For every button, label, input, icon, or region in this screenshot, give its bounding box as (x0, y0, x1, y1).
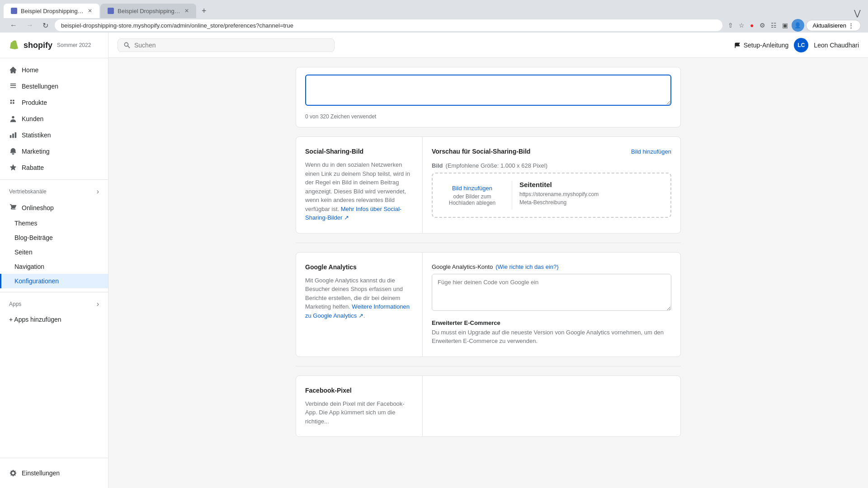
sidebar-item-customers[interactable]: Kunden (0, 111, 108, 127)
user-name: Leon Chaudhari (814, 42, 859, 49)
ecommerce-desc: Du musst ein Upgrade auf die neueste Ver… (432, 328, 671, 346)
sidebar-footer: Einstellungen (0, 458, 108, 488)
browser-tab-active[interactable]: Beispiel Dropshipping Store ✕ (4, 4, 99, 18)
tab-title-1: Beispiel Dropshipping Store (21, 8, 84, 14)
top-bar-actions: Setup-Anleitung LC Leon Chaudhari (734, 38, 859, 52)
sidebar-sub-themes[interactable]: Themes (0, 216, 108, 230)
meta-description-textarea[interactable] (305, 75, 671, 106)
ecommerce-title: Erweiterter E-Commerce (432, 319, 671, 326)
tab-close-2[interactable]: ✕ (184, 8, 189, 14)
bookmark-button[interactable]: ☆ (737, 21, 746, 30)
sidebar-item-home[interactable]: Home (0, 62, 108, 78)
extension-btn[interactable]: ⚙ (758, 21, 767, 30)
marketing-icon (9, 147, 17, 155)
analytics-setup-link[interactable]: (Wie richte ich das ein?) (495, 263, 558, 270)
google-analytics-link[interactable]: Weitere Informationen zu Google Analytic… (305, 303, 410, 319)
sidebar-sub-pages[interactable]: Seiten (0, 245, 108, 259)
google-analytics-desc: Mit Google Analytics kannst du die Besuc… (305, 276, 413, 320)
forward-button[interactable]: → (24, 20, 36, 30)
extension-opera[interactable]: ● (748, 21, 755, 30)
sidebar-item-products-label: Produkte (22, 99, 47, 106)
user-avatar[interactable]: LC (794, 38, 808, 52)
search-bar[interactable] (118, 38, 335, 52)
sidebar-item-products[interactable]: Produkte (0, 94, 108, 111)
section-divider-1 (296, 243, 681, 243)
social-sharing-layout: Social-Sharing-Bild Wenn du in den sozia… (296, 137, 680, 233)
sidebar-sub-navigation[interactable]: Navigation (0, 259, 108, 274)
google-analytics-left: Google Analytics Mit Google Analytics ka… (296, 253, 423, 357)
sidebar-item-marketing[interactable]: Marketing (0, 143, 108, 160)
sidebar-item-orders-label: Bestellungen (22, 83, 58, 90)
apps-header[interactable]: Apps › (0, 296, 108, 312)
sidebar-item-home-label: Home (22, 66, 38, 74)
sidebar-sub-blog-label: Blog-Beiträge (14, 234, 53, 241)
apps-chevron: › (97, 300, 99, 308)
tab-favicon-1 (11, 8, 17, 14)
browser-address-bar: ← → ↻ ⇧ ☆ ● ⚙ ☷ ▣ 👤 Aktualisieren ⋮ (0, 18, 868, 33)
extension-btn-2[interactable]: ☷ (769, 21, 778, 30)
sidebar-sub-navigation-label: Navigation (14, 263, 44, 270)
preview-site-title: Seitentitel (519, 181, 663, 188)
sales-channels-label: Vertriebskanäle (9, 188, 47, 195)
update-button[interactable]: Aktualisieren ⋮ (806, 20, 861, 31)
analytics-label-text: Google Analytics-Konto (432, 263, 493, 270)
tab-close-1[interactable]: ✕ (88, 8, 92, 14)
shopify-logo[interactable]: shopify (9, 40, 52, 51)
google-analytics-layout: Google Analytics Mit Google Analytics ka… (296, 253, 680, 357)
sidebar-item-discounts[interactable]: Rabatte (0, 160, 108, 176)
image-label-bold: Bild (432, 162, 443, 169)
top-bar: Setup-Anleitung LC Leon Chaudhari (108, 33, 868, 58)
address-input[interactable] (55, 19, 722, 31)
image-hint: (Empfohlene Größe: 1.000 x 628 Pixel) (446, 162, 547, 169)
analytics-icon (9, 131, 17, 139)
onlineshop-icon (9, 204, 17, 212)
upload-button[interactable]: Bild hinzufügen (452, 185, 492, 192)
social-sharing-title: Social-Sharing-Bild (305, 148, 413, 155)
back-button[interactable]: ← (7, 20, 20, 30)
social-sharing-desc: Wenn du in den sozialen Netzwerken einen… (305, 160, 413, 222)
facebook-pixel-title: Facebook-Pixel (305, 387, 413, 394)
upload-dropzone[interactable]: Bild hinzufügen oder Bilder zum Hochlade… (440, 181, 512, 210)
screenshot-btn[interactable]: ▣ (780, 21, 790, 30)
sidebar-item-orders[interactable]: Bestellungen (0, 78, 108, 94)
settings-icon (9, 469, 17, 477)
analytics-textarea[interactable] (432, 274, 671, 311)
settings-item[interactable]: Einstellungen (9, 465, 99, 481)
social-sharing-link[interactable]: Mehr Infos über Social-Sharing-Bilder ↗ (305, 206, 401, 221)
preview-url: https://storename.myshopify.com (519, 191, 663, 197)
apps-add-label: + Apps hinzufügen (9, 316, 61, 323)
content-wrapper: 0 von 320 Zeichen verwendet Social-Shari… (285, 58, 692, 455)
search-input[interactable] (134, 42, 329, 49)
main-content: 0 von 320 Zeichen verwendet Social-Shari… (108, 58, 868, 488)
nav-divider-2 (0, 292, 108, 292)
browser-tab-inactive[interactable]: Beispiel Dropshipping Store ✕ (100, 4, 196, 18)
home-icon (9, 66, 17, 74)
sidebar-sub-pages-label: Seiten (14, 249, 33, 256)
preview-meta: Seitentitel https://storename.myshopify.… (519, 181, 663, 210)
browser-tabs: Beispiel Dropshipping Store ✕ Beispiel D… (0, 0, 868, 18)
google-analytics-title: Google Analytics (305, 263, 413, 271)
sidebar-sub-blog[interactable]: Blog-Beiträge (0, 230, 108, 245)
customers-icon (9, 115, 17, 123)
update-menu-icon: ⋮ (848, 22, 854, 29)
add-image-link[interactable]: Bild hinzufügen (631, 148, 671, 155)
apps-add-button[interactable]: + Apps hinzufügen (0, 312, 108, 327)
sidebar-item-customers-label: Kunden (22, 115, 43, 122)
upload-hint: oder Bilder zum Hochladen ablegen (440, 193, 505, 206)
sidebar-item-analytics[interactable]: Statistiken (0, 127, 108, 143)
google-analytics-card: Google Analytics Mit Google Analytics ka… (296, 252, 681, 357)
preview-header: Vorschau für Social-Sharing-Bild Bild hi… (432, 148, 671, 155)
share-button[interactable]: ⇧ (726, 21, 735, 30)
sidebar-item-onlineshop[interactable]: Onlineshop (0, 200, 108, 216)
reload-button[interactable]: ↻ (40, 20, 51, 31)
char-count: 0 von 320 Zeichen verwendet (305, 113, 671, 120)
orders-icon (9, 82, 17, 90)
sales-channels-header[interactable]: Vertriebskanäle › (0, 183, 108, 200)
new-tab-button[interactable]: + (197, 4, 211, 19)
sidebar-sub-konfigurationen[interactable]: Konfigurationen (0, 274, 108, 288)
section-divider-2 (296, 366, 681, 366)
facebook-pixel-layout: Facebook-Pixel Verbinde dein Pixel mit d… (296, 376, 680, 437)
profile-avatar[interactable]: 👤 (792, 19, 804, 32)
image-field-label: Bild (Empfohlene Größe: 1.000 x 628 Pixe… (432, 162, 671, 169)
setup-anleitung-link[interactable]: Setup-Anleitung (734, 42, 789, 49)
